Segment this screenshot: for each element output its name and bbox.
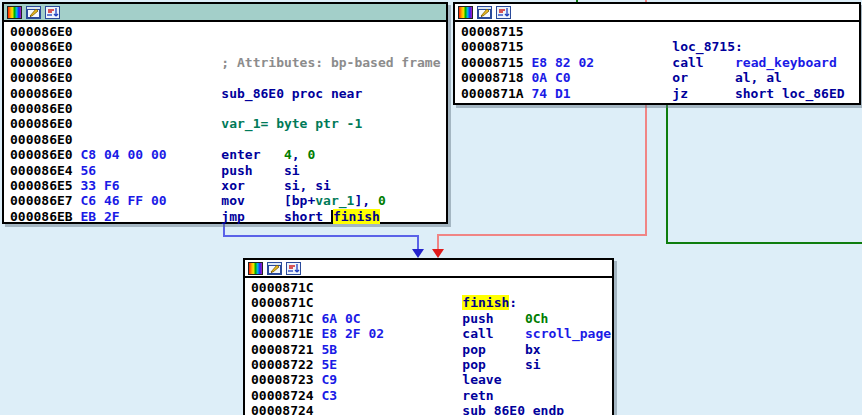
asm-token: finish	[462, 295, 509, 310]
color-palette-icon[interactable]	[7, 6, 22, 19]
asm-token: 00008723	[251, 372, 321, 387]
edit-node-icon[interactable]	[477, 6, 492, 19]
graph-canvas[interactable]: { "app": "disassembler-graph-view", "col…	[0, 0, 862, 415]
asm-token: push	[462, 311, 493, 326]
asm-token	[486, 342, 525, 357]
asm-token: E8 2F 02	[321, 326, 384, 341]
asm-line[interactable]: 00008718 0A C0 or al, al	[461, 70, 859, 85]
asm-token: 0	[378, 193, 386, 208]
asm-line[interactable]: 00008715	[461, 24, 859, 39]
asm-token: push	[221, 163, 252, 178]
asm-line[interactable]: 0000871E E8 2F 02 call scroll_page	[251, 326, 612, 341]
asm-token: si	[284, 163, 300, 178]
asm-line[interactable]: 000086E4 56 push si	[10, 163, 446, 178]
asm-token: short	[284, 209, 331, 224]
asm-token: [bp+	[284, 193, 315, 208]
edge-fallthrough-arrowhead	[432, 249, 444, 258]
asm-line[interactable]: 00008724 C3 retn	[251, 388, 612, 403]
asm-token: ,	[292, 147, 308, 162]
asm-line[interactable]: 000086E0	[10, 70, 446, 85]
asm-line[interactable]: 00008721 5B pop bx	[251, 342, 612, 357]
asm-token	[494, 326, 525, 341]
edit-node-icon[interactable]	[267, 262, 282, 275]
asm-token: 56	[80, 163, 96, 178]
asm-token	[571, 86, 673, 101]
asm-line[interactable]: 0000871C 6A 0C push 0Ch	[251, 311, 612, 326]
asm-token: 000086E0	[10, 101, 73, 116]
asm-token: short loc_86ED	[735, 86, 845, 101]
asm-line[interactable]: 00008722 5E pop si	[251, 357, 612, 372]
asm-token: 000086E7	[10, 193, 80, 208]
node-titlebar[interactable]	[455, 4, 859, 22]
asm-line[interactable]: 00008715 E8 82 02 call read_keyboard	[461, 55, 859, 70]
asm-token: 0A C0	[531, 70, 570, 85]
asm-token: 000086E4	[10, 163, 80, 178]
asm-line[interactable]: 000086E0	[10, 39, 446, 54]
asm-token: ],	[354, 193, 377, 208]
asm-token	[96, 163, 221, 178]
asm-token: 000086E0	[10, 39, 73, 54]
asm-line[interactable]: 0000871C	[251, 280, 612, 295]
asm-token: leave	[462, 372, 501, 387]
asm-line[interactable]: 00008724 sub_86E0 endp	[251, 403, 612, 415]
asm-token: C3	[321, 388, 337, 403]
basic-block-loc8715[interactable]: 0000871500008715 loc_8715:00008715 E8 82…	[453, 2, 861, 105]
asm-token: pop	[462, 342, 485, 357]
asm-line[interactable]: 000086E0 ; Attributes: bp-based frame	[10, 55, 446, 70]
asm-line[interactable]: 000086E0	[10, 24, 446, 39]
node-titlebar[interactable]	[245, 260, 612, 278]
color-palette-icon[interactable]	[458, 6, 473, 19]
node-titlebar[interactable]	[4, 4, 446, 22]
asm-token: 000086E0	[10, 116, 73, 131]
asm-token: 0000871E	[251, 326, 321, 341]
asm-line[interactable]: 000086E0 var_1= byte ptr -1	[10, 116, 446, 131]
edit-node-icon[interactable]	[26, 6, 41, 19]
asm-token: 5E	[321, 357, 337, 372]
basic-block-finish[interactable]: 0000871C0000871C finish:0000871C 6A 0C p…	[243, 258, 614, 415]
asm-token	[73, 116, 222, 131]
asm-token: 00008715	[461, 39, 524, 54]
asm-line[interactable]: 000086E5 33 F6 xor si, si	[10, 178, 446, 193]
asm-line[interactable]: 000086E0	[10, 132, 446, 147]
asm-token: scroll_page	[525, 326, 611, 341]
asm-token: 74 D1	[531, 86, 570, 101]
asm-line[interactable]: 00008715 loc_8715:	[461, 39, 859, 54]
asm-line[interactable]: 0000871C finish:	[251, 295, 612, 310]
asm-token: loc_8715:	[672, 39, 742, 54]
group-node-icon[interactable]	[45, 6, 60, 19]
asm-line[interactable]: 00008723 C9 leave	[251, 372, 612, 387]
asm-line[interactable]: 000086EB EB 2F jmp short finish	[10, 209, 446, 224]
basic-block-sub86e0-entry[interactable]: 000086E0000086E0000086E0 ; Attributes: b…	[2, 2, 448, 224]
asm-token: C9	[321, 372, 337, 387]
asm-line[interactable]: 000086E0 C8 04 00 00 enter 4, 0	[10, 147, 446, 162]
asm-line[interactable]: 000086E0	[10, 101, 446, 116]
asm-token	[704, 55, 735, 70]
asm-token: 0000871C	[251, 311, 321, 326]
asm-token: 000086E0	[10, 86, 73, 101]
asm-token: bx	[525, 342, 541, 357]
asm-token: 33 F6	[80, 178, 119, 193]
edge-jmp-arrowhead	[412, 249, 424, 258]
asm-token: 000086E0	[10, 24, 73, 39]
asm-token	[120, 178, 222, 193]
asm-token	[314, 403, 463, 415]
asm-token: EB 2F	[80, 209, 119, 224]
asm-code-area: 0000871500008715 loc_8715:00008715 E8 82…	[455, 22, 859, 101]
group-node-icon[interactable]	[496, 6, 511, 19]
asm-line[interactable]: 000086E0 sub_86E0 proc near	[10, 86, 446, 101]
asm-token: pop	[462, 357, 485, 372]
asm-token	[253, 163, 284, 178]
asm-token	[361, 311, 463, 326]
color-palette-icon[interactable]	[248, 262, 263, 275]
asm-token: :	[509, 295, 517, 310]
asm-line[interactable]: 0000871A 74 D1 jz short loc_86ED	[461, 86, 859, 101]
edge-fallthrough-to-finish	[438, 104, 646, 250]
asm-token: read_keyboard	[735, 55, 837, 70]
asm-token	[337, 357, 462, 372]
asm-token	[314, 295, 463, 310]
group-node-icon[interactable]	[286, 262, 301, 275]
asm-token: 00008718	[461, 70, 531, 85]
asm-line[interactable]: 000086E7 C6 46 FF 00 mov [bp+var_1], 0	[10, 193, 446, 208]
asm-token	[688, 70, 735, 85]
asm-token: var_1= byte ptr -1	[221, 116, 362, 131]
